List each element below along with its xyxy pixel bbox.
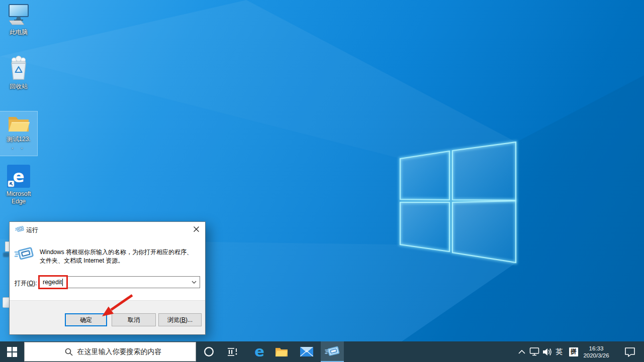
obscured-icon-label-fragment (3, 253, 9, 257)
annotation-red-box (38, 275, 68, 289)
search-placeholder: 在这里输入你要搜索的内容 (77, 347, 162, 356)
taskbar-run-button-active[interactable] (321, 341, 344, 362)
desktop-icon-this-pc[interactable]: 此电脑 (0, 3, 37, 36)
taskbar-file-explorer-button[interactable] (270, 341, 293, 362)
icon-label-line2: Edge (0, 198, 37, 205)
description-line2: 文件夹、文档或 Internet 资源。 (40, 257, 193, 265)
tray-clock[interactable]: 16:33 2020/3/26 (578, 341, 614, 362)
browse-label-accesskey: B (181, 316, 186, 323)
cancel-button[interactable]: 取消 (112, 313, 156, 326)
edge-icon: e (7, 165, 30, 188)
windows-start-icon (7, 347, 17, 357)
clock-time: 16:33 (589, 345, 604, 352)
dialog-description: Windows 将根据你所输入的名称，为你打开相应的程序、 文件夹、文档或 In… (40, 248, 193, 265)
taskbar: 在这里输入你要搜索的内容 e (0, 341, 644, 362)
task-view-button[interactable] (221, 341, 244, 362)
action-center-icon (624, 347, 635, 357)
file-explorer-icon (275, 346, 288, 357)
run-icon-large (14, 246, 34, 261)
taskbar-edge-button[interactable]: e (248, 341, 270, 362)
description-line1: Windows 将根据你所输入的名称，为你打开相应的程序、 (40, 248, 193, 257)
desktop-icon-edge[interactable]: e Microsoft Edge (0, 165, 37, 205)
chevron-up-icon (518, 350, 525, 354)
ime-mode-icon: 拼 (569, 347, 578, 356)
recycle-bin-icon (8, 55, 30, 80)
open-label-suffix: ): (33, 280, 37, 287)
action-center-button[interactable] (619, 341, 640, 362)
close-button[interactable] (187, 222, 205, 236)
tray-network-button[interactable] (528, 341, 541, 362)
browse-label-prefix: 浏览( (167, 316, 181, 324)
this-pc-icon (7, 3, 31, 26)
icon-label: 此电脑 (0, 29, 37, 36)
edge-icon: e (254, 344, 264, 359)
chevron-down-icon[interactable] (192, 281, 197, 284)
search-icon (65, 348, 73, 356)
folder-icon (7, 114, 30, 133)
windows-logo (400, 142, 516, 263)
close-icon (194, 226, 199, 232)
ime-language-label: 英 (556, 347, 563, 356)
dialog-title: 运行 (26, 226, 38, 234)
desktop-icon-recycle-bin[interactable]: 回收站 (0, 55, 37, 90)
taskbar-mail-button[interactable] (296, 341, 318, 362)
ok-button[interactable]: 确定 (65, 313, 107, 326)
desktop-icon-folder-selected[interactable]: 测试123. . . (0, 111, 37, 156)
icon-label: 回收站 (0, 83, 37, 90)
dialog-footer: 确定 取消 浏览(B)... (10, 300, 205, 334)
icon-label: 测试123. (0, 136, 37, 143)
open-field-label: 打开(O): (15, 279, 37, 288)
icon-label: Microsoft (0, 190, 37, 197)
run-icon (325, 345, 340, 357)
cortana-icon (204, 346, 214, 357)
browse-button[interactable]: 浏览(B)... (158, 313, 202, 326)
task-view-icon (227, 347, 238, 356)
open-label-prefix: 打开( (15, 280, 29, 287)
run-dialog-titlebar[interactable]: 运行 (10, 222, 205, 237)
cancel-button-label: 取消 (128, 316, 140, 324)
icon-label-line2: . . (0, 143, 37, 150)
svg-text:e: e (13, 166, 24, 186)
speaker-icon (542, 348, 553, 356)
tray-ime-language-button[interactable]: 英 (552, 341, 566, 362)
run-icon (15, 225, 24, 232)
cortana-button[interactable] (197, 341, 220, 362)
network-icon (529, 347, 540, 356)
mail-icon (300, 347, 313, 356)
browse-label-suffix: )... (186, 316, 193, 323)
windows-desktop: 此电脑 回收站 测试123. . . e Microsoft E (0, 0, 644, 362)
tray-show-hidden-icons-button[interactable] (516, 341, 528, 362)
taskbar-search-input[interactable]: 在这里输入你要搜索的内容 (24, 342, 196, 361)
clock-date: 2020/3/26 (583, 352, 609, 359)
open-label-accesskey: O (29, 280, 33, 287)
start-button[interactable] (0, 341, 24, 362)
ok-button-label: 确定 (80, 316, 92, 324)
